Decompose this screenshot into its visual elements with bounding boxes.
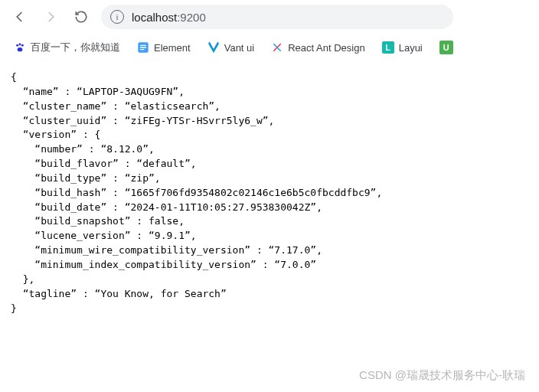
bookmark-label: Element	[154, 42, 191, 54]
bookmarks-bar: 百度一下，你就知道 Element Vant ui React Ant Desi…	[0, 34, 539, 61]
svg-point-2	[21, 44, 24, 47]
unknown-icon: U	[439, 41, 453, 54]
bookmark-label: React Ant Design	[288, 42, 364, 54]
back-button[interactable]	[9, 6, 31, 28]
bookmark-element[interactable]: Element	[137, 41, 191, 54]
svg-point-3	[18, 47, 23, 51]
browser-toolbar: i localhost:9200	[0, 0, 539, 34]
bookmark-baidu[interactable]: 百度一下，你就知道	[14, 41, 120, 54]
bookmark-layui[interactable]: L Layui	[382, 41, 423, 54]
reload-button[interactable]	[70, 6, 92, 28]
react-ant-icon	[271, 41, 283, 54]
bookmark-label: Vant ui	[224, 42, 255, 54]
json-response-body: { “name” : “LAPTOP-3AQUG9FN”, “cluster_n…	[0, 61, 539, 325]
layui-icon: L	[382, 41, 394, 54]
baidu-icon	[14, 41, 26, 54]
address-bar[interactable]: i localhost:9200	[101, 5, 453, 29]
vant-icon	[207, 41, 220, 54]
site-info-icon[interactable]: i	[110, 10, 124, 24]
bookmark-react-ant[interactable]: React Ant Design	[271, 41, 364, 54]
forward-button[interactable]	[40, 6, 61, 28]
watermark-text: CSDN @瑞晟技术服务中心-耿瑞	[359, 368, 525, 383]
element-icon	[137, 41, 149, 54]
bookmark-label: Layui	[399, 42, 423, 54]
url-text: localhost:9200	[132, 11, 206, 24]
svg-point-0	[16, 44, 18, 47]
bookmark-label: 百度一下，你就知道	[31, 41, 120, 54]
svg-point-1	[19, 44, 21, 46]
bookmark-vant[interactable]: Vant ui	[207, 41, 255, 54]
url-port: :9200	[177, 11, 206, 24]
url-host: localhost	[132, 11, 177, 24]
bookmark-truncated[interactable]: U	[439, 41, 453, 54]
